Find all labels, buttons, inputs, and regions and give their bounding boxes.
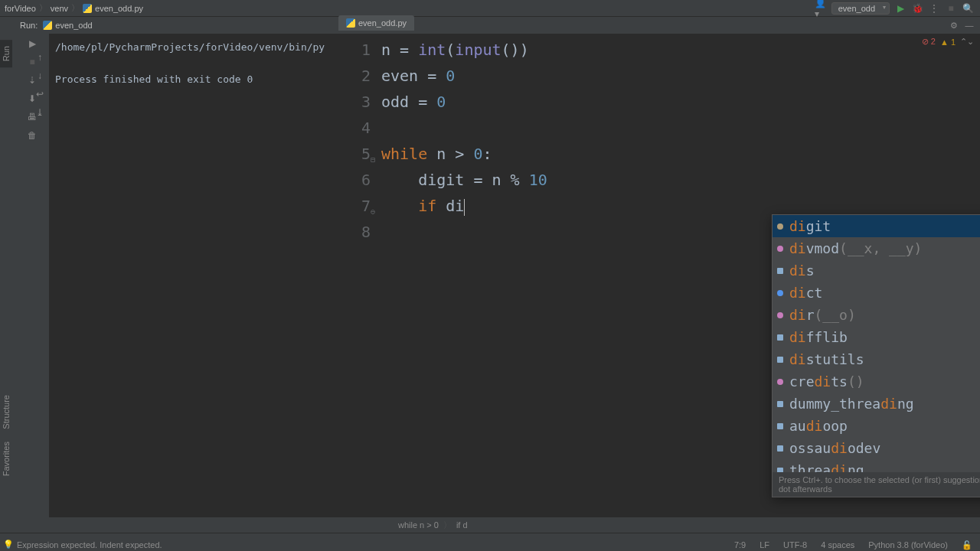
lock-icon[interactable]: 🔓	[962, 540, 972, 550]
autocomplete-item[interactable]: dis	[773, 259, 980, 282]
func-icon	[777, 246, 783, 252]
down-arrow-icon[interactable]: ↓	[33, 69, 47, 83]
debug-button[interactable]: 🐞	[911, 2, 923, 15]
line-ending[interactable]: LF	[760, 540, 769, 550]
up-arrow-icon[interactable]: ↑	[33, 51, 47, 64]
mod-icon	[777, 468, 783, 473]
autocomplete-item[interactable]: digit	[773, 215, 980, 237]
func-icon	[777, 312, 783, 318]
fold-end-icon[interactable]: ⊖	[371, 199, 375, 225]
run-config-selector[interactable]: even_odd	[831, 2, 890, 15]
scroll-icon[interactable]: ⤓	[33, 106, 47, 119]
autocomplete-footer: Press Ctrl+. to choose the selected (or …	[773, 472, 980, 497]
console-output[interactable]: /home/pl/PycharmProjects/forVideo/venv/b…	[49, 34, 338, 517]
autocomplete-item[interactable]: threading	[773, 459, 980, 472]
code-content[interactable]: n = int(input())even = 0odd = 0 while n …	[381, 34, 547, 517]
autocomplete-item[interactable]: credits()builtins	[773, 370, 980, 393]
autocomplete-item[interactable]: dummy_threading	[773, 393, 980, 415]
autocomplete-item[interactable]: difflib	[773, 326, 980, 348]
gear-icon[interactable]: ⚙	[948, 19, 960, 31]
mod-icon	[777, 334, 783, 341]
var-icon	[777, 223, 783, 230]
breadcrumb[interactable]: forVideo 〉 venv 〉 even_odd.py	[0, 2, 143, 14]
encoding[interactable]: UTF-8	[783, 540, 807, 550]
interpreter[interactable]: Python 3.8 (forVideo)	[868, 540, 948, 550]
autocomplete-list[interactable]: digit divmod(__x, __y)builtins dis dictb…	[773, 215, 980, 472]
autocomplete-item[interactable]: audioop	[773, 415, 980, 437]
python-file-icon	[83, 4, 92, 13]
left-tool-stripe: Run Structure Favorites	[0, 17, 15, 533]
breadcrumb-project[interactable]: forVideo	[5, 4, 36, 13]
indent[interactable]: 4 spaces	[821, 540, 854, 550]
exit-message: Process finished with exit code 0	[55, 73, 253, 85]
hide-panel-icon[interactable]: —	[963, 19, 975, 31]
mod-icon	[777, 401, 783, 407]
run-tool-header: Run: even_odd ⚙ —	[15, 17, 980, 34]
navigation-bar: forVideo 〉 venv 〉 even_odd.py 👤▾ even_od…	[0, 0, 980, 17]
mod-icon	[777, 268, 783, 274]
breadcrumb-file[interactable]: even_odd.py	[95, 4, 143, 13]
search-icon[interactable]: 🔍	[962, 2, 974, 15]
autocomplete-popup: digit divmod(__x, __y)builtins dis dictb…	[772, 214, 980, 497]
softwrap-icon[interactable]: ↩	[33, 87, 47, 101]
fold-start-icon[interactable]: ⊟	[371, 147, 375, 173]
editor-tab[interactable]: even_odd.py	[338, 15, 414, 31]
python-file-icon	[346, 18, 355, 28]
status-error-text: Expression expected. Indent expected.	[17, 540, 162, 549]
run-toolbar: ▶ ■ ⇣ ⬇ 🖶 🗑 ↑ ↓ ↩ ⤓	[15, 34, 49, 517]
stop-button[interactable]: ■	[945, 2, 957, 15]
more-run-icon[interactable]: ⋮	[928, 2, 940, 15]
gutter[interactable]: 12345678	[338, 34, 381, 517]
autocomplete-item[interactable]: dictbuiltins	[773, 282, 980, 304]
mod-icon	[777, 357, 783, 363]
run-button[interactable]: ▶	[894, 2, 906, 15]
mod-icon	[777, 423, 783, 429]
autocomplete-item[interactable]: divmod(__x, __y)builtins	[773, 237, 980, 259]
side-tab-structure[interactable]: Structure	[0, 389, 12, 435]
rerun-icon[interactable]: ▶	[25, 37, 39, 51]
side-tab-run[interactable]: Run	[0, 40, 12, 67]
run-title: even_odd	[55, 21, 92, 30]
cls-icon	[777, 290, 783, 296]
run-path: /home/pl/PycharmProjects/forVideo/venv/b…	[55, 41, 325, 53]
run-tool-window: ▶ ■ ⇣ ⬇ 🖶 🗑 ↑ ↓ ↩ ⤓ /home/pl/PycharmProj…	[15, 34, 338, 517]
caret-position[interactable]: 7:9	[734, 540, 746, 550]
editor-breadcrumbs[interactable]: while n > 0 〉 if d	[15, 517, 980, 533]
bulb-icon[interactable]: 💡	[3, 540, 14, 549]
autocomplete-item[interactable]: dir(__o)builtins	[773, 304, 980, 326]
func-icon	[777, 379, 783, 385]
editor[interactable]: even_odd.py ⊘ 2 ▲ 1 ⌃⌄ 12345678 n = int(…	[338, 34, 980, 517]
autocomplete-item[interactable]: distutils	[773, 348, 980, 370]
mod-icon	[777, 445, 783, 452]
side-tab-favorites[interactable]: Favorites	[0, 435, 12, 482]
trash-icon[interactable]: 🗑	[25, 129, 39, 142]
breadcrumb-folder[interactable]: venv	[51, 4, 68, 13]
autocomplete-item[interactable]: ossaudiodev	[773, 437, 980, 459]
run-title-prefix: Run:	[20, 21, 38, 30]
code-with-me-icon[interactable]: 👤▾	[815, 2, 827, 15]
python-file-icon	[43, 21, 52, 30]
